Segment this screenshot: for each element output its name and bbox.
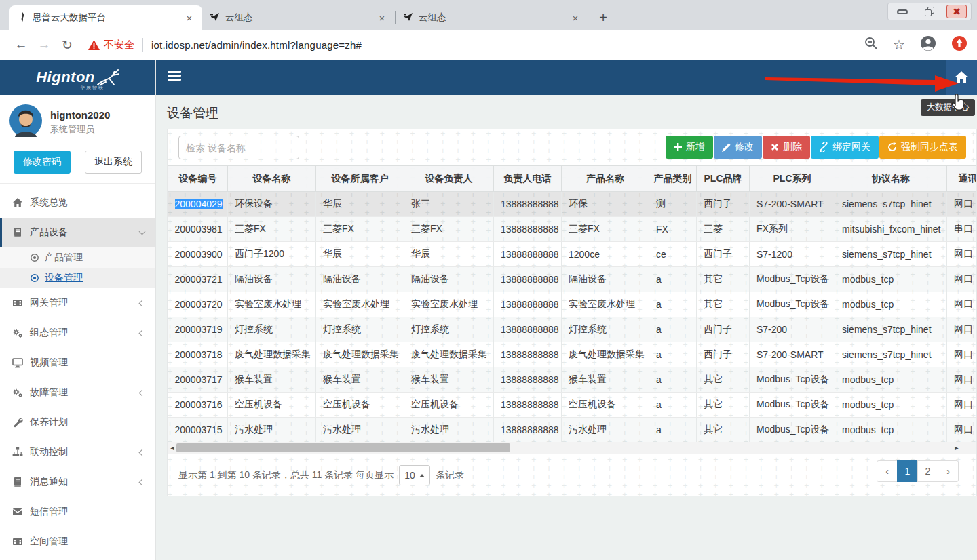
column-header: 设备名称 (228, 166, 316, 192)
sidebar-item-linkage-control[interactable]: 联动控制 (0, 437, 155, 467)
next-page-button[interactable]: › (938, 460, 959, 482)
browser-tab-3[interactable]: 云组态 × (396, 5, 588, 30)
horizontal-scrollbar[interactable]: ◄ ► (168, 442, 976, 454)
forward-button[interactable]: → (33, 37, 56, 52)
back-button[interactable]: ← (9, 37, 33, 52)
table-row[interactable]: 200003717猴车装置猴车装置猴车装置13888888888猴车装置a其它M… (168, 367, 977, 393)
site-favicon (18, 12, 27, 24)
table-row[interactable]: 200003718废气处理数据采集废气处理数据采集废气处理数据采集1388888… (168, 342, 977, 367)
scroll-left-icon[interactable]: ◄ (168, 442, 177, 454)
sidebar-item-label: 产品设备 (30, 226, 68, 239)
table-row[interactable]: 200003981三菱FX三菱FX三菱FX13888888888三菱FXFX三菱… (168, 217, 977, 242)
chevron-left-icon (139, 300, 146, 306)
table-cell: 200003717 (168, 367, 228, 393)
envelope-icon (12, 506, 30, 517)
table-cell: 13888888888 (494, 217, 562, 242)
table-cell: 污水处理 (228, 418, 316, 443)
table-cell: FX (649, 217, 697, 242)
sidebar-item-message-notification[interactable]: 消息通知 (0, 467, 155, 497)
previous-page-button[interactable]: ‹ (877, 460, 898, 482)
profile-icon[interactable] (920, 35, 936, 54)
sidebar-item-product-management[interactable]: 产品管理 (0, 247, 155, 268)
table-cell: 废气处理数据采集 (316, 342, 404, 367)
table-cell: 隔油设备 (562, 267, 649, 292)
page-1-button[interactable]: 1 (897, 460, 918, 482)
menu-toggle-button[interactable] (168, 71, 181, 83)
extension-icon[interactable] (951, 35, 968, 54)
table-cell: modbus_tcp (835, 267, 947, 292)
add-button[interactable]: 新增 (666, 136, 713, 159)
table-cell: 网口 (947, 192, 977, 217)
table-row[interactable]: 200003720实验室废水处理实验室废水处理实验室废水处理1388888888… (168, 292, 977, 317)
table-cell: 空压机设备 (562, 393, 649, 418)
sidebar-item-maintenance-plan[interactable]: 保养计划 (0, 407, 155, 437)
minimize-button[interactable] (892, 5, 913, 18)
table-row[interactable]: 200003719灯控系统灯控系统灯控系统13888888888灯控系统a西门子… (168, 317, 977, 342)
sidebar-item-video-management[interactable]: 视频管理 (0, 348, 155, 378)
table-cell: Modbus_Tcp设备 (750, 292, 835, 317)
column-header: 负责人电话 (494, 166, 562, 192)
logout-button[interactable]: 退出系统 (85, 151, 142, 174)
close-icon[interactable]: × (376, 12, 388, 24)
sidebar-item-label: 联动控制 (30, 446, 68, 458)
scroll-right-icon[interactable]: ► (952, 442, 961, 454)
delete-button[interactable]: 删除 (763, 136, 810, 159)
table-cell: 三菱FX (316, 217, 404, 242)
browser-address-bar: ← → ↻ 不安全 iot.idosp.net/admin/index.html… (0, 30, 977, 60)
change-password-button[interactable]: 修改密码 (14, 151, 71, 174)
search-input[interactable] (178, 136, 299, 159)
home-button[interactable] (946, 60, 977, 95)
browser-tab-1[interactable]: 思普云大数据平台 × (9, 5, 202, 30)
browser-tab-2[interactable]: 云组态 × (202, 5, 395, 30)
table-row[interactable]: 200003900西门子1200华辰华辰138888888881200cece西… (168, 242, 977, 267)
security-chip[interactable]: 不安全 (88, 39, 134, 52)
table-row[interactable]: 200003721隔油设备隔油设备隔油设备13888888888隔油设备a其它M… (168, 267, 977, 292)
sidebar-item-product-device[interactable]: 产品设备 (0, 218, 155, 247)
force-sync-button[interactable]: 强制同步点表 (879, 136, 966, 159)
table-cell: 200003720 (168, 292, 228, 317)
edit-button[interactable]: 修改 (714, 136, 762, 159)
table-cell: 三菱FX (404, 217, 494, 242)
close-window-button[interactable]: ✖ (946, 5, 967, 18)
table-cell: 猴车装置 (316, 367, 404, 393)
table-cell: a (649, 267, 697, 292)
window-controls: ✖ (887, 3, 972, 20)
sidebar-item-sms-management[interactable]: 短信管理 (0, 497, 155, 527)
table-cell: 污水处理 (562, 418, 649, 443)
sidebar-item-gateway-management[interactable]: 网关管理 (0, 288, 155, 318)
table-cell: 13888888888 (494, 418, 562, 443)
table-cell: 灯控系统 (228, 317, 316, 342)
zoom-icon[interactable] (864, 37, 878, 53)
new-tab-button[interactable]: + (594, 8, 613, 27)
table-row[interactable]: 200003715污水处理污水处理污水处理13888888888污水处理a其它M… (168, 418, 977, 443)
table-cell: 13888888888 (494, 367, 562, 393)
page-2-button[interactable]: 2 (917, 460, 938, 482)
scrollbar-thumb[interactable] (176, 443, 510, 452)
table-cell: 灯控系统 (404, 317, 494, 342)
table-row[interactable]: 200004029环保设备华辰张三13888888888环保测西门子S7-200… (168, 192, 977, 217)
table-cell: 200003900 (168, 242, 228, 267)
close-icon[interactable]: × (183, 12, 195, 24)
table-cell: Modbus_Tcp设备 (750, 367, 835, 393)
bind-gateway-button[interactable]: 绑定网关 (811, 136, 879, 159)
table-cell: 华辰 (316, 192, 404, 217)
table-cell: 网口 (947, 342, 977, 367)
sidebar-item-device-management[interactable]: 设备管理 (0, 268, 155, 288)
sidebar-item-system-overview[interactable]: 系统总览 (0, 188, 155, 218)
page-size-select[interactable]: 10 (399, 465, 430, 485)
restore-button[interactable] (919, 5, 940, 18)
device-table-body: 200004029环保设备华辰张三13888888888环保测西门子S7-200… (168, 192, 977, 443)
close-icon[interactable]: × (569, 12, 581, 24)
bookmark-star-icon[interactable]: ☆ (893, 37, 905, 53)
chevron-down-icon (139, 228, 146, 235)
sidebar-item-label: 组态管理 (30, 327, 68, 339)
table-row[interactable]: 200003716空压机设备空压机设备空压机设备13888888888空压机设备… (168, 393, 977, 418)
table-cell: a (649, 418, 697, 443)
column-header: 设备负责人 (404, 166, 494, 192)
sidebar-item-space-management[interactable]: 空间管理 (0, 527, 155, 557)
sidebar-item-configuration-management[interactable]: 组态管理 (0, 318, 155, 348)
chevron-left-icon (139, 479, 146, 485)
sidebar-item-fault-management[interactable]: 故障管理 (0, 378, 155, 407)
url-text[interactable]: iot.idosp.net/admin/index.html?language=… (151, 39, 362, 51)
reload-button[interactable]: ↻ (56, 37, 79, 53)
